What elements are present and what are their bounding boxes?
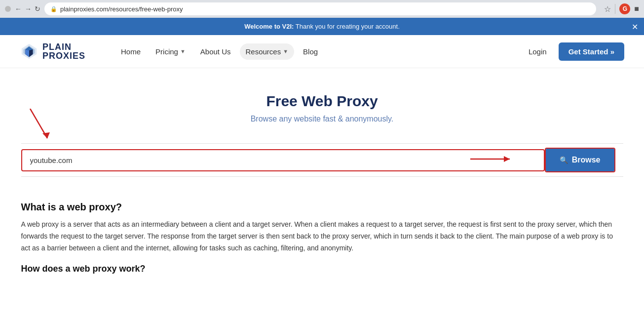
browser-back[interactable] xyxy=(5,6,11,12)
resources-chevron: ▼ xyxy=(283,48,288,54)
section2-title: How does a web proxy work? xyxy=(21,264,623,274)
get-started-button[interactable]: Get Started » xyxy=(559,42,624,61)
reload-button[interactable]: ↻ xyxy=(35,5,40,13)
search-input-wrapper xyxy=(21,149,545,171)
section1-title: What is a web proxy? xyxy=(21,201,623,213)
back-button[interactable]: ← xyxy=(15,5,22,13)
header: PLAIN PROXIES Home Pricing ▼ About Us Re… xyxy=(0,35,644,68)
nav-blog[interactable]: Blog xyxy=(297,43,324,60)
search-bar: 🔍 Browse xyxy=(21,143,623,177)
url-text: plainproxies.com/resources/free-web-prox… xyxy=(60,5,183,13)
nav-actions: Login Get Started » xyxy=(523,42,624,61)
browser-chrome: ← → ↻ 🔒 plainproxies.com/resources/free-… xyxy=(0,0,644,18)
hero-title: Free Web Proxy xyxy=(10,93,634,110)
svg-marker-6 xyxy=(42,132,50,138)
bookmark-icon[interactable]: ☆ xyxy=(604,4,611,14)
divider xyxy=(615,4,615,14)
address-bar[interactable]: 🔒 plainproxies.com/resources/free-web-pr… xyxy=(44,2,596,15)
hero-subtitle: Browse any website fast & anonymously. xyxy=(10,115,634,123)
hero-section: Free Web Proxy Browse any website fast &… xyxy=(0,68,644,138)
left-arrow-annotation xyxy=(25,109,55,148)
banner-close-button[interactable]: ✕ xyxy=(632,22,638,31)
nav-home[interactable]: Home xyxy=(115,43,147,60)
section1-body: A web proxy is a server that acts as an … xyxy=(21,219,623,254)
main-nav: Home Pricing ▼ About Us Resources ▼ Blog xyxy=(115,43,523,60)
right-arrow-annotation xyxy=(470,152,520,168)
banner-text: Welcome to V2I: Thank you for creating y… xyxy=(244,23,400,30)
nav-pricing[interactable]: Pricing ▼ xyxy=(150,43,191,60)
nav-about[interactable]: About Us xyxy=(194,43,237,60)
search-icon: 🔍 xyxy=(560,156,568,164)
logo-text: PLAIN PROXIES xyxy=(42,42,85,60)
forward-button[interactable]: → xyxy=(25,5,32,13)
svg-marker-8 xyxy=(504,156,510,162)
profile-icon[interactable]: G xyxy=(619,3,630,14)
logo-icon xyxy=(20,42,38,61)
security-icon: 🔒 xyxy=(50,6,57,12)
logo[interactable]: PLAIN PROXIES xyxy=(20,42,85,61)
browse-button[interactable]: 🔍 Browse xyxy=(546,149,614,171)
main-content: What is a web proxy? A web proxy is a se… xyxy=(11,192,633,288)
browse-btn-wrapper: 🔍 Browse xyxy=(545,148,615,172)
browser-actions: ☆ G ■ xyxy=(604,3,639,14)
nav-resources[interactable]: Resources ▼ xyxy=(240,43,295,60)
login-button[interactable]: Login xyxy=(523,43,553,60)
url-search-input[interactable] xyxy=(22,150,544,170)
extensions-icon[interactable]: ■ xyxy=(634,4,639,13)
welcome-banner: Welcome to V2I: Thank you for creating y… xyxy=(0,18,644,35)
pricing-chevron: ▼ xyxy=(180,48,186,54)
search-section: 🔍 Browse xyxy=(11,138,633,192)
